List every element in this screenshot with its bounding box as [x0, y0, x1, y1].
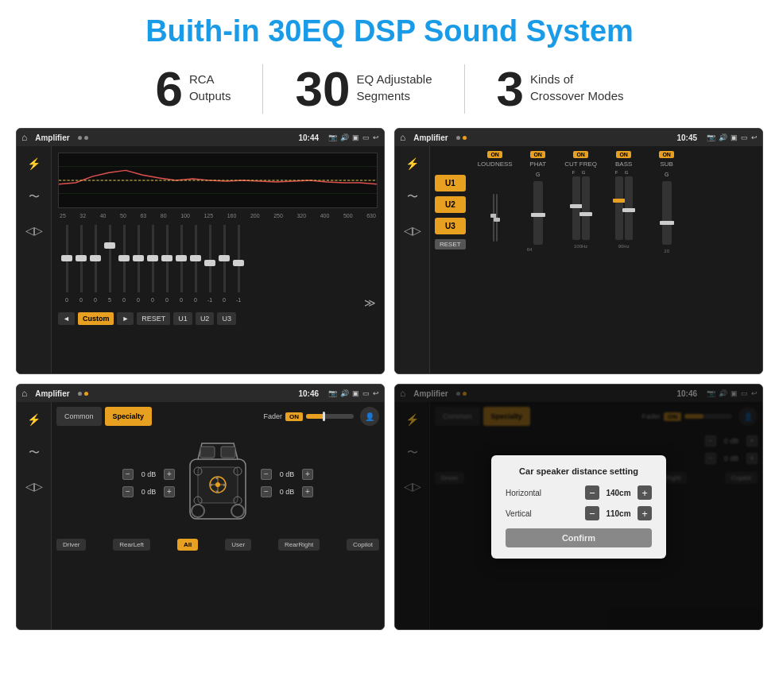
wave-icon-1[interactable]: 〜	[23, 186, 45, 208]
u1-button[interactable]: U1	[173, 312, 192, 325]
prev-button[interactable]: ◄	[58, 312, 75, 325]
screen2-content: ⚡ 〜 ◁▷ U1 U2 U3 RESET	[395, 146, 762, 373]
vertical-minus[interactable]: −	[585, 506, 599, 520]
fader-track[interactable]	[306, 414, 354, 419]
copilot-btn[interactable]: Copilot	[347, 539, 379, 551]
window-icon-2: ▭	[741, 133, 748, 141]
status-icons-2: 📷 🔊 ▣ ▭ ↩	[707, 133, 758, 141]
plus-btn-rr[interactable]: +	[302, 486, 313, 497]
stat-label-rca: RCAOutputs	[189, 64, 231, 104]
plus-btn-rl[interactable]: +	[164, 486, 175, 497]
user-btn[interactable]: User	[225, 539, 251, 551]
horizontal-minus[interactable]: −	[585, 485, 599, 500]
eq-slider-5[interactable]: 0	[131, 222, 145, 309]
dot-6	[84, 392, 88, 396]
eq-sliders: 0 0 0 5 0	[58, 222, 378, 309]
eq-controls: ◄ Custom ► RESET U1 U2 U3	[58, 312, 378, 325]
app-name-3: Amplifier	[35, 389, 69, 398]
eq-slider-1[interactable]: 0	[74, 222, 88, 309]
eq-icon-2[interactable]: ⚡	[401, 153, 424, 175]
eq-slider-9[interactable]: 0	[188, 222, 203, 309]
horizontal-plus[interactable]: +	[638, 485, 652, 500]
play-button[interactable]: ►	[117, 312, 134, 325]
eq-icon-1[interactable]: ⚡	[23, 153, 45, 175]
screen-dialog: ⌂ Amplifier 10:46 📷 🔊 ▣ ▭ ↩ ⚡ 〜 ◁▷	[394, 384, 763, 630]
home-icon-2[interactable]: ⌂	[400, 132, 405, 143]
u1-preset[interactable]: U1	[435, 175, 466, 191]
eq-slider-0[interactable]: 0	[60, 222, 74, 309]
home-icon-1[interactable]: ⌂	[21, 132, 27, 143]
u2-preset[interactable]: U2	[435, 196, 466, 213]
window-icon-3: ▭	[362, 389, 370, 397]
speaker-icon-3[interactable]: ◁▷	[23, 475, 45, 497]
specialty-tab[interactable]: Specialty	[105, 407, 153, 426]
svg-rect-4	[200, 447, 215, 458]
confirm-button[interactable]: Confirm	[506, 528, 652, 547]
reset-preset[interactable]: RESET	[435, 239, 466, 249]
volume-icon-2: 🔊	[719, 133, 727, 141]
eq-slider-6[interactable]: 0	[145, 222, 160, 309]
back-icon-2[interactable]: ↩	[751, 133, 758, 141]
svg-text:◄: ◄	[208, 482, 213, 487]
reset-button[interactable]: RESET	[137, 312, 170, 325]
fader-label: Fader	[263, 412, 282, 420]
back-icon-3[interactable]: ↩	[373, 389, 379, 397]
speaker-icon-1[interactable]: ◁▷	[23, 219, 45, 242]
preset-buttons: U1 U2 U3 RESET	[435, 151, 466, 369]
more-arrow[interactable]: ≫	[364, 296, 376, 309]
rearleft-btn[interactable]: RearLeft	[113, 539, 150, 551]
eq-slider-4[interactable]: 0	[117, 222, 131, 309]
eq-slider-8[interactable]: 0	[174, 222, 188, 309]
stat-eq: 30 EQ AdjustableSegments	[263, 64, 464, 114]
minus-btn-rr[interactable]: −	[261, 486, 272, 497]
eq-slider-10[interactable]: -1	[203, 222, 217, 309]
all-btn[interactable]: All	[177, 539, 198, 551]
eq-slider-11[interactable]: 0	[217, 222, 231, 309]
volume-icon-1: 🔊	[340, 133, 349, 141]
minus-btn-rl[interactable]: −	[122, 486, 134, 497]
home-icon-3[interactable]: ⌂	[21, 388, 27, 399]
vertical-plus[interactable]: +	[638, 506, 652, 520]
page-title: Buith-in 30EQ DSP Sound System	[0, 0, 779, 56]
u3-preset[interactable]: U3	[435, 218, 466, 234]
profile-icon[interactable]: 👤	[360, 407, 379, 426]
box-icon-3: ▣	[352, 389, 359, 397]
speaker-icon-2[interactable]: ◁▷	[401, 219, 424, 242]
plus-btn-fl[interactable]: +	[164, 469, 175, 480]
dialog-overlay: Car speaker distance setting Horizontal …	[395, 385, 762, 629]
horizontal-row: Horizontal − 140cm +	[506, 485, 652, 500]
u3-button[interactable]: U3	[217, 312, 236, 325]
screen-amp: ⌂ Amplifier 10:45 📷 🔊 ▣ ▭ ↩ ⚡ 〜 ◁▷	[394, 128, 763, 374]
left-sidebar-1: ⚡ 〜 ◁▷	[17, 146, 52, 373]
eq-slider-7[interactable]: 0	[160, 222, 174, 309]
minus-btn-fr[interactable]: −	[261, 469, 272, 480]
driver-btn[interactable]: Driver	[56, 539, 86, 551]
minus-btn-fl[interactable]: −	[122, 469, 134, 480]
wave-icon-3[interactable]: 〜	[23, 442, 45, 464]
back-icon-1[interactable]: ↩	[373, 133, 379, 141]
horizontal-ctrl: − 140cm +	[585, 485, 652, 500]
rearright-btn[interactable]: RearRight	[278, 539, 320, 551]
plus-btn-fr[interactable]: +	[302, 469, 313, 480]
distance-dialog: Car speaker distance setting Horizontal …	[491, 455, 666, 559]
phat-channel: ON PHAT G 64	[518, 151, 558, 369]
bass-channel: ON BASS F G	[604, 151, 644, 369]
horizontal-value: 140cm	[603, 489, 634, 497]
db-value-fl: 0 dB	[137, 470, 161, 478]
wave-icon-2[interactable]: 〜	[401, 186, 424, 208]
dialog-title: Car speaker distance setting	[506, 466, 652, 476]
stat-label-crossover: Kinds ofCrossover Modes	[530, 64, 624, 104]
eq-slider-2[interactable]: 0	[88, 222, 103, 309]
u2-button[interactable]: U2	[196, 312, 215, 325]
custom-button[interactable]: Custom	[78, 312, 114, 325]
status-dots-1	[78, 136, 88, 140]
left-sidebar-2: ⚡ 〜 ◁▷	[395, 146, 430, 373]
bottom-buttons-3: Driver RearLeft All User RearRight Copil…	[56, 539, 379, 551]
eq-slider-12[interactable]: -1	[231, 222, 246, 309]
common-tab[interactable]: Common	[56, 407, 102, 426]
vertical-ctrl: − 110cm +	[585, 506, 652, 520]
status-icons-3: 📷 🔊 ▣ ▭ ↩	[328, 389, 379, 397]
eq-slider-3[interactable]: 5	[103, 222, 117, 309]
app-name-2: Amplifier	[413, 133, 448, 142]
eq-icon-3[interactable]: ⚡	[23, 408, 45, 431]
